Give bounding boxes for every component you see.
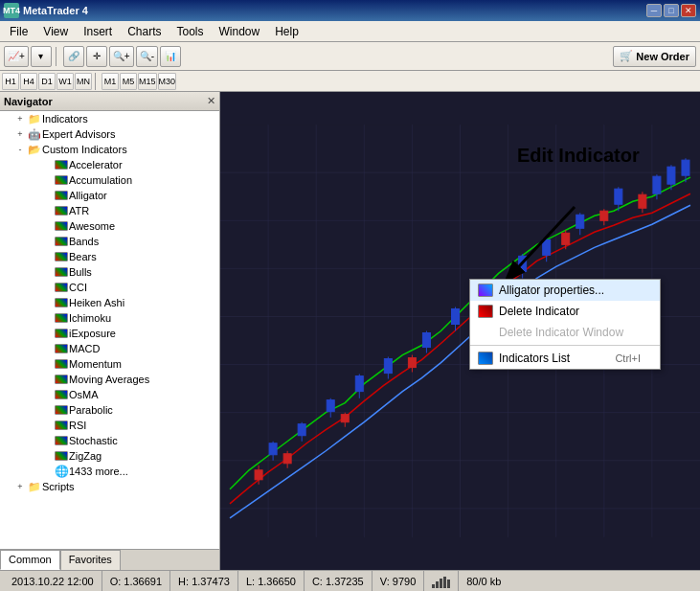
tree-item-heiken-ashi[interactable]: Heiken Ashi xyxy=(0,295,219,310)
toolbar-dropdown1[interactable]: ▾ xyxy=(31,46,52,67)
minimize-button[interactable]: ─ xyxy=(646,4,662,17)
ctx-delete-indicator[interactable]: Delete Indicator xyxy=(470,301,660,322)
svg-rect-33 xyxy=(600,211,608,220)
status-datetime: 2013.10.22 12:00 xyxy=(4,571,102,591)
tb2-btn5[interactable]: MN xyxy=(75,73,92,90)
tree-item-stochastic[interactable]: Stochastic xyxy=(0,433,219,448)
tree-item-iexposure[interactable]: iExposure xyxy=(0,326,219,341)
toolbar-zoom-out[interactable]: 🔍- xyxy=(136,46,158,67)
ctx-delete-win-label: Delete Indicator Window xyxy=(499,326,623,339)
navigator-header: Navigator ✕ xyxy=(0,92,219,111)
menu-help[interactable]: Help xyxy=(267,23,306,40)
indicator-icon-awesome xyxy=(54,219,69,233)
tree-item-custom-indicators[interactable]: - 📂 Custom Indicators xyxy=(0,142,219,157)
ctx-delete-window: Delete Indicator Window xyxy=(470,322,660,343)
tree-item-momentum[interactable]: Momentum xyxy=(0,356,219,372)
menu-charts[interactable]: Charts xyxy=(120,23,169,40)
tb2-btn4[interactable]: W1 xyxy=(56,73,74,90)
ctx-icon-delete xyxy=(478,305,493,318)
tree-item-parabolic[interactable]: Parabolic xyxy=(0,402,219,418)
ctx-list-label: Indicators List xyxy=(499,352,570,365)
svg-rect-43 xyxy=(355,376,363,392)
svg-rect-23 xyxy=(341,415,349,422)
menu-window[interactable]: Window xyxy=(212,23,268,40)
expand-ea[interactable]: + xyxy=(13,127,27,141)
tree-item-macd[interactable]: MACD xyxy=(0,341,219,356)
ea-folder-icon: 🤖 xyxy=(27,127,42,141)
indicator-icon-bears xyxy=(54,250,69,263)
tree-item-zigzag[interactable]: ZigZag xyxy=(0,448,219,464)
indicator-icon-bands xyxy=(54,235,69,248)
tree-item-moving-averages[interactable]: Moving Averages xyxy=(0,372,219,387)
title-bar: MT4 MetaTrader 4 ─ □ ✕ xyxy=(0,0,700,21)
navigator-close-button[interactable]: ✕ xyxy=(207,95,215,107)
status-close: C: 1.37235 xyxy=(305,571,373,591)
menu-tools[interactable]: Tools xyxy=(169,23,212,40)
svg-rect-25 xyxy=(408,358,416,368)
tab-common[interactable]: Common xyxy=(0,550,60,570)
tree-item-cci[interactable]: CCI xyxy=(0,280,219,295)
tb2-btn2[interactable]: H4 xyxy=(20,73,37,90)
tree-item-rsi[interactable]: RSI xyxy=(0,418,219,433)
menu-file[interactable]: File xyxy=(2,23,35,40)
indicator-icon-cci xyxy=(54,281,69,294)
toolbar-zoom-in[interactable]: 🔍+ xyxy=(109,46,134,67)
menu-view[interactable]: View xyxy=(35,23,76,40)
navigator-title: Navigator xyxy=(4,96,53,107)
svg-rect-53 xyxy=(519,256,527,271)
tb2-btn6[interactable]: M1 xyxy=(102,73,119,90)
svg-rect-35 xyxy=(639,194,646,208)
tree-item-bulls[interactable]: Bulls xyxy=(0,264,219,280)
status-low: L: 1.36650 xyxy=(238,571,305,591)
tb2-btn8[interactable]: M15 xyxy=(138,73,157,90)
maximize-button[interactable]: □ xyxy=(664,4,679,17)
new-order-button[interactable]: 🛒 New Order xyxy=(613,46,696,67)
indicator-icon-accumulation xyxy=(54,173,69,187)
tree-item-awesome[interactable]: Awesome xyxy=(0,218,219,234)
toolbar-period[interactable]: 📊 xyxy=(160,46,181,67)
tree-item-bears[interactable]: Bears xyxy=(0,249,219,264)
tree-item-alligator[interactable]: Alligator xyxy=(0,188,219,203)
tree-item-bands[interactable]: Bands xyxy=(0,234,219,249)
tree-item-indicators[interactable]: + 📁 Indicators xyxy=(0,111,219,126)
collapse-custom[interactable]: - xyxy=(13,143,27,156)
tree-item-accelerator[interactable]: Accelerator xyxy=(0,157,219,172)
toolbar-crosshair[interactable]: ✛ xyxy=(86,46,107,67)
tree-item-ichimoku[interactable]: Ichimoku xyxy=(0,310,219,326)
svg-rect-59 xyxy=(615,189,622,204)
tb2-btn1[interactable]: H1 xyxy=(2,73,19,90)
context-menu: Alligator properties... Delete Indicator… xyxy=(469,279,661,370)
tab-favorites[interactable]: Favorites xyxy=(60,550,121,570)
ctx-icon-alligator xyxy=(478,284,493,297)
scripts-folder-icon: 📁 xyxy=(27,480,42,493)
tree-item-accumulation[interactable]: Accumulation xyxy=(0,172,219,188)
indicator-icon-macd xyxy=(54,342,69,355)
chart-area[interactable]: Edit Indicator Alligator properties... D… xyxy=(220,92,700,570)
tree-item-scripts[interactable]: + 📁 Scripts xyxy=(0,479,219,494)
svg-rect-19 xyxy=(255,470,262,480)
toolbar-connect[interactable]: 🔗 xyxy=(63,46,84,67)
menu-insert[interactable]: Insert xyxy=(76,23,120,40)
svg-rect-49 xyxy=(451,308,459,324)
tb2-btn7[interactable]: M5 xyxy=(120,73,137,90)
svg-rect-57 xyxy=(576,215,584,228)
indicator-icon-bulls xyxy=(54,265,69,279)
tree-item-more[interactable]: 🌐 1433 more... xyxy=(0,464,219,479)
tree-item-atr[interactable]: ATR xyxy=(0,203,219,218)
navigator-tree[interactable]: + 📁 Indicators + 🤖 Expert Advisors - 📂 C… xyxy=(0,111,219,549)
tree-item-osma[interactable]: OsMA xyxy=(0,387,219,402)
ctx-indicators-list[interactable]: Indicators List Ctrl+I xyxy=(470,348,660,369)
ctx-alligator-label: Alligator properties... xyxy=(499,284,604,297)
expand-indicators[interactable]: + xyxy=(13,112,27,125)
indicator-icon-heiken-ashi xyxy=(54,296,69,309)
indicator-icon-alligator xyxy=(54,189,69,202)
ctx-alligator-props[interactable]: Alligator properties... xyxy=(470,280,660,301)
tb2-btn9[interactable]: M30 xyxy=(158,73,177,90)
tree-item-expert-advisors[interactable]: + 🤖 Expert Advisors xyxy=(0,126,219,142)
svg-rect-61 xyxy=(653,176,661,193)
toolbar-new-chart[interactable]: 📈+ xyxy=(4,46,29,67)
tb2-btn3[interactable]: D1 xyxy=(38,73,56,90)
tb2-sep xyxy=(95,73,99,90)
svg-rect-37 xyxy=(269,443,277,455)
close-button[interactable]: ✕ xyxy=(681,4,696,17)
